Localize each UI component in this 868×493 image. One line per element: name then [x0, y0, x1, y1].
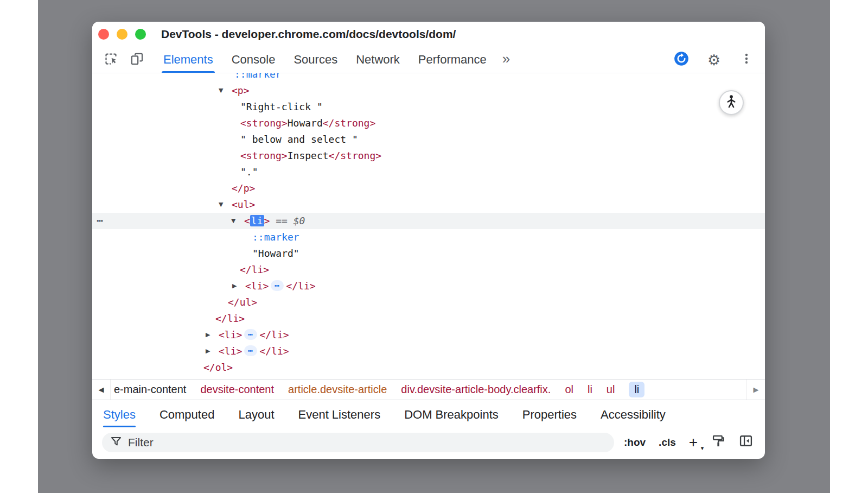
tree-row[interactable]: </p> — [92, 180, 765, 197]
pane-tab-properties[interactable]: Properties — [522, 400, 577, 429]
window-title: DevTools - developer.chrome.com/docs/dev… — [161, 28, 456, 41]
sync-badge-button[interactable] — [672, 50, 691, 69]
inspect-element-button[interactable] — [101, 50, 120, 69]
kebab-menu-icon — [740, 52, 753, 67]
traffic-lights — [98, 29, 146, 40]
expand-arrow-icon[interactable]: ▶ — [206, 327, 210, 343]
tag-token: > — [264, 215, 270, 226]
pane-tab-layout[interactable]: Layout — [238, 400, 274, 429]
paint-roller-icon — [711, 439, 725, 451]
tree-row[interactable]: ::marker — [92, 73, 765, 83]
text-node: "Right-click " — [240, 101, 323, 112]
minimize-button[interactable] — [117, 29, 127, 40]
tree-row[interactable]: "Right-click " — [92, 99, 765, 115]
breadcrumb-scroll-left-button[interactable]: ◀ — [92, 380, 111, 400]
element-classes-button[interactable]: .cls — [659, 437, 676, 448]
pane-tab-accessibility[interactable]: Accessibility — [601, 400, 666, 429]
tag-token: <li> — [219, 345, 242, 357]
tab-elements[interactable]: Elements — [154, 47, 222, 73]
breadcrumb-item[interactable]: div.devsite-article-body.clearfix. — [401, 383, 551, 396]
tree-row[interactable]: ▶<li>⋯</li> — [92, 278, 765, 294]
tree-row[interactable]: <strong>Howard</strong> — [92, 115, 765, 131]
collapse-arrow-icon[interactable]: ▼ — [231, 213, 235, 229]
toggle-sidebar-button[interactable] — [738, 433, 754, 451]
tree-row[interactable]: ▼<ul> — [92, 197, 765, 213]
expand-ellipsis-button[interactable]: ⋯ — [244, 345, 257, 356]
tree-row[interactable]: ▼<p> — [92, 83, 765, 99]
expand-arrow-icon[interactable]: ▶ — [232, 278, 237, 294]
text-node: Howard — [288, 117, 323, 129]
filter-field — [102, 433, 614, 452]
expand-ellipsis-button[interactable]: ⋯ — [271, 280, 284, 291]
tag-token: </p> — [232, 182, 255, 194]
breadcrumb-item[interactable]: ol — [565, 383, 573, 396]
tag-token: <li> — [219, 329, 242, 340]
menu-button[interactable] — [737, 50, 756, 69]
breadcrumbs: e-main-contentdevsite-contentarticle.dev… — [111, 380, 746, 400]
breadcrumb-item[interactable]: e-main-content — [114, 383, 186, 396]
styles-toolbar: :hov .cls + ▾ — [92, 429, 765, 459]
devtools-window: DevTools - developer.chrome.com/docs/dev… — [92, 22, 765, 459]
rendering-emulations-button[interactable] — [711, 434, 725, 451]
pane-tab-event-listeners[interactable]: Event Listeners — [298, 400, 381, 429]
tree-row-selected[interactable]: ⋯▼<li> == $0 — [92, 213, 765, 229]
breadcrumb-item[interactable]: devsite-content — [200, 383, 274, 396]
collapse-arrow-icon[interactable]: ▼ — [219, 197, 223, 213]
device-toolbar-button[interactable] — [127, 50, 146, 69]
title-bar: DevTools - developer.chrome.com/docs/dev… — [92, 22, 765, 47]
equals-token: == — [270, 215, 293, 226]
tree-row[interactable]: ▶<li>⋯</li> — [92, 327, 765, 343]
breadcrumb-item[interactable]: article.devsite-article — [288, 383, 387, 396]
tree-row[interactable]: " below and select " — [92, 131, 765, 148]
breadcrumb-item[interactable]: li — [588, 383, 592, 396]
device-toolbar-icon — [130, 52, 144, 68]
tag-token: </strong> — [329, 150, 382, 161]
pane-tab-dom-breakpoints[interactable]: DOM Breakpoints — [404, 400, 499, 429]
tag-token: < — [244, 215, 250, 226]
tree-row[interactable]: </li> — [92, 311, 765, 327]
toggle-element-state-button[interactable]: :hov — [624, 437, 646, 448]
tab-network[interactable]: Network — [347, 47, 409, 73]
tree-row[interactable]: </li> — [92, 262, 765, 278]
styles-actions: :hov .cls + ▾ — [624, 433, 754, 451]
new-style-rule-button[interactable]: + ▾ — [689, 435, 698, 450]
toolbar-right-icons: ⚙ — [672, 47, 756, 73]
tree-row[interactable]: </ol> — [92, 359, 765, 376]
tree-row[interactable]: "Howard" — [92, 245, 765, 262]
text-node: " below and select " — [240, 134, 358, 145]
plus-icon: + — [689, 434, 698, 451]
settings-button[interactable]: ⚙ — [704, 50, 724, 69]
marker-pseudo-element: ::marker — [234, 73, 282, 80]
tab-console[interactable]: Console — [222, 47, 285, 73]
tree-row[interactable]: </ul> — [92, 294, 765, 311]
close-button[interactable] — [98, 29, 109, 40]
tag-token: </li> — [286, 280, 315, 292]
filter-input[interactable] — [128, 436, 607, 449]
tree-row[interactable]: ::marker — [92, 229, 765, 245]
panel-tabs: ElementsConsoleSourcesNetworkPerformance — [154, 47, 496, 73]
tab-performance[interactable]: Performance — [409, 47, 496, 73]
devtools-toolbar: ElementsConsoleSourcesNetworkPerformance… — [92, 47, 765, 73]
more-tabs-button[interactable]: » — [496, 50, 516, 69]
zoom-button[interactable] — [135, 29, 146, 40]
tree-row[interactable]: "." — [92, 164, 765, 180]
tag-token: <ul> — [232, 199, 255, 210]
tab-sources[interactable]: Sources — [284, 47, 347, 73]
expand-arrow-icon[interactable]: ▶ — [206, 343, 210, 359]
gear-icon: ⚙ — [707, 53, 720, 67]
sidebar-pane-tabs: StylesComputedLayoutEvent ListenersDOM B… — [92, 400, 765, 429]
expand-ellipsis-button[interactable]: ⋯ — [244, 329, 257, 340]
tree-row[interactable]: <strong>Inspect</strong> — [92, 148, 765, 164]
tree-row[interactable]: ▶<li>⋯</li> — [92, 343, 765, 359]
breadcrumb-item-selected[interactable]: li — [629, 382, 644, 397]
breadcrumb-scroll-right-button[interactable]: ▶ — [746, 380, 765, 400]
dollar-zero-token: $0 — [293, 215, 305, 226]
breadcrumb-item[interactable]: ul — [607, 383, 615, 396]
pane-tab-styles[interactable]: Styles — [103, 400, 136, 429]
pane-tab-computed[interactable]: Computed — [159, 400, 215, 429]
sync-icon — [674, 51, 689, 68]
caret-down-icon: ▾ — [701, 445, 704, 451]
toolbar-left-icons — [92, 47, 146, 73]
row-more-actions-icon[interactable]: ⋯ — [97, 213, 104, 228]
collapse-arrow-icon[interactable]: ▼ — [219, 83, 223, 99]
